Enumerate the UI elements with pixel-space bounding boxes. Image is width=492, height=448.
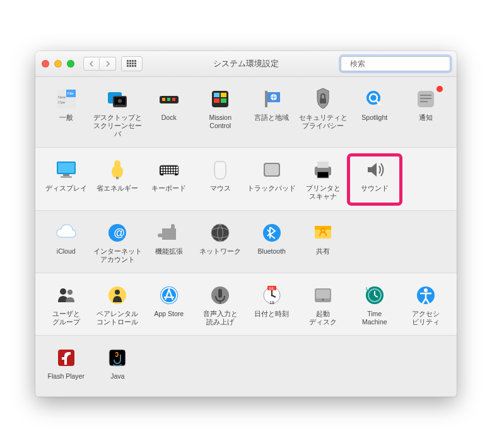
svg-point-22 — [118, 99, 122, 103]
pref-label: Flash Player — [48, 372, 85, 387]
pref-row-2: iCloud@インターネットアカウント機能拡張ネットワークBluetooth共有 — [35, 211, 457, 273]
zoom-button[interactable] — [67, 60, 74, 68]
pref-sound[interactable]: サウンド — [349, 155, 401, 203]
pref-label: デスクトップとスクリーンセーバ — [93, 114, 143, 138]
desktop-icon-wrap — [105, 87, 129, 111]
svg-rect-32 — [265, 91, 267, 107]
svg-rect-73 — [317, 162, 329, 168]
network-icon-wrap — [208, 221, 232, 245]
pref-label: ユーザとグループ — [52, 310, 80, 326]
svg-rect-6 — [132, 62, 134, 64]
svg-rect-60 — [173, 169, 175, 171]
svg-point-12 — [345, 63, 346, 64]
printer-icon-wrap — [311, 158, 335, 182]
sound-icon — [363, 158, 387, 182]
svg-rect-24 — [162, 98, 165, 101]
pref-sharing[interactable]: 共有 — [298, 218, 349, 266]
svg-rect-31 — [221, 98, 226, 103]
chevron-left-icon — [89, 61, 94, 67]
svg-rect-3 — [134, 60, 136, 62]
pref-notify[interactable]: 通知 — [401, 85, 452, 141]
svg-rect-55 — [161, 169, 163, 171]
svg-point-100 — [322, 298, 324, 300]
pref-keyboard[interactable]: キーボード — [143, 155, 195, 203]
pref-java[interactable]: Java — [92, 343, 144, 390]
svg-text:Ope: Ope — [58, 100, 66, 104]
show-all-button[interactable] — [121, 56, 143, 71]
pref-users[interactable]: ユーザとグループ — [40, 281, 92, 329]
bluetooth-icon-wrap — [260, 221, 284, 245]
pref-mouse[interactable]: マウス — [195, 155, 247, 203]
svg-rect-68 — [176, 172, 178, 174]
pref-dock[interactable]: Dock — [143, 85, 195, 141]
pref-icloud[interactable]: iCloud — [40, 218, 92, 266]
svg-rect-45 — [116, 177, 119, 179]
a11y-icon-wrap — [414, 283, 438, 307]
pref-appstore[interactable]: App Store — [143, 281, 195, 329]
sound-icon-wrap — [363, 158, 387, 182]
svg-point-87 — [115, 290, 120, 295]
pref-security[interactable]: セキュリティとプライバシー — [298, 85, 349, 141]
pref-label: 音声入力と読み上げ — [203, 310, 238, 326]
network-icon — [208, 221, 232, 245]
pref-general[interactable]: FileNewOpe一般 — [40, 85, 92, 141]
pref-label: 機能拡張 — [155, 247, 183, 262]
energy-icon-wrap — [105, 158, 129, 182]
svg-rect-56 — [163, 169, 165, 171]
pref-energy[interactable]: 省エネルギー — [92, 155, 144, 203]
svg-rect-39 — [420, 98, 431, 99]
pref-bluetooth[interactable]: Bluetooth — [246, 218, 298, 266]
dock-icon — [157, 87, 181, 111]
close-button[interactable] — [42, 60, 49, 68]
java-icon — [105, 346, 129, 370]
svg-rect-75 — [317, 172, 329, 178]
pref-spotlight[interactable]: Spotlight — [349, 85, 401, 141]
svg-rect-25 — [167, 98, 170, 101]
svg-rect-66 — [171, 172, 173, 174]
pref-network[interactable]: ネットワーク — [195, 218, 247, 266]
svg-text:New: New — [58, 95, 66, 99]
svg-rect-44 — [61, 176, 72, 178]
pref-display[interactable]: ディスプレイ — [40, 155, 92, 203]
svg-rect-69 — [163, 174, 175, 176]
pref-printer[interactable]: プリンタとスキャナ — [298, 155, 349, 203]
pref-label: App Store — [154, 310, 184, 325]
pref-label: Dock — [161, 114, 177, 129]
pref-parental[interactable]: ペアレンタルコントロール — [92, 281, 144, 329]
pref-a11y[interactable]: アクセシビリティ — [401, 281, 452, 329]
dock-icon-wrap — [157, 87, 181, 111]
pref-flash[interactable]: Flash Player — [40, 343, 92, 390]
svg-rect-50 — [166, 167, 168, 168]
system-preferences-window: システム環境設定 FileNewOpe一般デスクトップとスクリーンセーバDock… — [35, 51, 457, 397]
pref-mission[interactable]: MissionControl — [195, 85, 247, 141]
sharing-icon-wrap — [311, 221, 335, 245]
minimize-button[interactable] — [54, 60, 62, 68]
printer-icon — [311, 158, 335, 182]
back-button[interactable] — [83, 57, 100, 71]
bluetooth-icon — [260, 221, 284, 245]
pref-internet[interactable]: @インターネットアカウント — [92, 218, 144, 266]
pref-label: MissionControl — [209, 114, 231, 130]
pref-startup[interactable]: 起動ディスク — [298, 281, 349, 329]
pref-lang[interactable]: 言語と地域 — [246, 85, 298, 141]
lang-icon-wrap — [260, 87, 284, 111]
ext-icon-wrap — [157, 221, 181, 245]
pref-datetime[interactable]: JUL18日付と時刻 — [246, 281, 298, 329]
pref-label: ディスプレイ — [45, 184, 87, 199]
nav-buttons — [83, 57, 116, 71]
pref-trackpad[interactable]: トラックパッド — [246, 155, 298, 203]
svg-rect-49 — [163, 167, 165, 168]
svg-rect-30 — [214, 98, 220, 103]
pref-label: アクセシビリティ — [412, 310, 440, 326]
pref-desktop[interactable]: デスクトップとスクリーンセーバ — [92, 85, 144, 141]
search-input[interactable] — [349, 59, 446, 69]
svg-rect-54 — [176, 167, 178, 168]
pref-dictation[interactable]: 音声入力と読み上げ — [195, 281, 247, 329]
search-field[interactable] — [341, 56, 450, 71]
pref-label: マウス — [210, 184, 231, 199]
forward-button[interactable] — [100, 57, 116, 71]
titlebar: システム環境設定 — [35, 51, 457, 77]
pref-ext[interactable]: 機能拡張 — [143, 218, 195, 266]
pref-label: インターネットアカウント — [93, 247, 142, 264]
pref-tm[interactable]: TimeMachine — [349, 281, 401, 329]
